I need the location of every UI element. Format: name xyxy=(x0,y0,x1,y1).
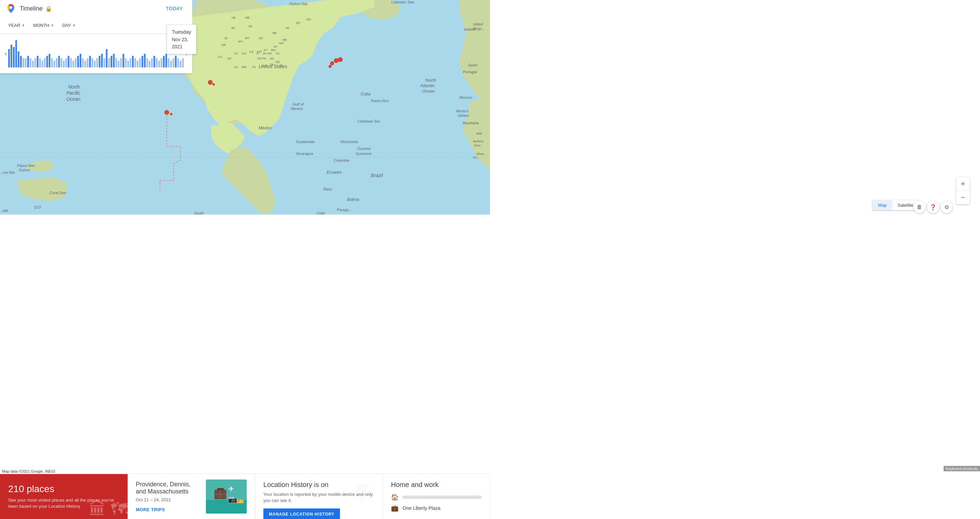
month-button[interactable]: MONTH ▼ xyxy=(30,21,57,29)
chart-bar[interactable] xyxy=(103,58,105,67)
chart-bar[interactable] xyxy=(46,56,48,67)
chart-bar[interactable] xyxy=(137,61,138,67)
chart-bar[interactable] xyxy=(120,58,122,67)
chart-bar[interactable] xyxy=(99,56,100,67)
svg-text:Atlantic: Atlantic xyxy=(420,83,435,88)
chart-bar[interactable] xyxy=(151,58,153,67)
svg-text:Morocco: Morocco xyxy=(460,96,473,99)
chart-bar[interactable] xyxy=(75,58,76,67)
chart-bar[interactable] xyxy=(13,47,14,67)
svg-text:Cuba: Cuba xyxy=(361,92,371,96)
chart-bar[interactable] xyxy=(118,61,119,67)
svg-text:TN: TN xyxy=(262,57,266,60)
chart-bar[interactable] xyxy=(73,61,74,67)
app-title: Timeline xyxy=(20,5,43,12)
svg-text:North: North xyxy=(68,84,80,89)
svg-text:...ura Sea: ...ura Sea xyxy=(0,171,15,174)
chart-bar[interactable] xyxy=(156,58,158,67)
chart-bar[interactable] xyxy=(15,40,17,67)
chart-bar[interactable] xyxy=(115,58,117,67)
chart-bar[interactable] xyxy=(53,61,55,67)
chart-bar[interactable] xyxy=(165,54,167,67)
chart-bar[interactable] xyxy=(106,49,108,67)
chart-bar[interactable] xyxy=(51,58,53,67)
chart-bar[interactable] xyxy=(70,58,72,67)
chart-bar[interactable] xyxy=(25,58,27,67)
svg-text:Bolivia: Bolivia xyxy=(347,197,360,202)
svg-text:Puerto Rico: Puerto Rico xyxy=(371,99,389,103)
chart-bar[interactable] xyxy=(49,54,50,67)
chart-bar[interactable] xyxy=(63,61,65,67)
chart-bar[interactable] xyxy=(32,61,34,67)
chart-bar[interactable] xyxy=(130,58,131,67)
chart-bar[interactable] xyxy=(80,54,81,67)
chart-bar[interactable] xyxy=(22,58,24,67)
svg-text:Caribbean Sea: Caribbean Sea xyxy=(357,120,380,123)
chart-bar[interactable] xyxy=(175,56,177,67)
chart-bars[interactable] xyxy=(8,40,184,67)
svg-text:AR: AR xyxy=(257,57,262,60)
chart-bar[interactable] xyxy=(177,58,179,67)
chart-bar[interactable] xyxy=(142,56,143,67)
chart-bar[interactable] xyxy=(27,56,29,67)
chart-bar[interactable] xyxy=(87,58,89,67)
chart-bar[interactable] xyxy=(8,49,10,67)
chart-bar[interactable] xyxy=(168,58,169,67)
svg-text:Ocean: Ocean xyxy=(422,89,435,94)
svg-text:AZ: AZ xyxy=(234,65,238,69)
chart-bar[interactable] xyxy=(82,58,84,67)
chart-bar[interactable] xyxy=(113,54,115,67)
chart-bar[interactable] xyxy=(30,58,31,67)
chart-bar[interactable] xyxy=(170,61,172,67)
svg-text:WY: WY xyxy=(238,40,243,43)
chart-bar[interactable] xyxy=(56,58,57,67)
chart-bar[interactable] xyxy=(65,58,67,67)
year-button[interactable]: YEAR ▼ xyxy=(5,21,27,29)
svg-point-92 xyxy=(213,83,215,85)
day-button[interactable]: DAY ▼ xyxy=(60,21,79,29)
chart-bar[interactable] xyxy=(44,58,46,67)
chart-bar[interactable] xyxy=(39,58,41,67)
chart-bar[interactable] xyxy=(60,58,62,67)
chart-bar[interactable] xyxy=(144,54,146,67)
chart-bar[interactable] xyxy=(182,58,184,67)
svg-text:NH: NH xyxy=(279,42,283,45)
chart-bar[interactable] xyxy=(180,61,181,67)
chart-bar[interactable] xyxy=(84,61,86,67)
chart-bar[interactable] xyxy=(94,61,95,67)
chart-bar[interactable] xyxy=(20,56,22,67)
chart-bar[interactable] xyxy=(149,61,150,67)
chart-bar[interactable] xyxy=(163,56,165,67)
chart-bar[interactable] xyxy=(139,58,141,67)
today-button[interactable]: TODAY xyxy=(162,4,187,13)
chart-prev-button[interactable]: ‹ xyxy=(3,50,8,57)
chart-bar[interactable] xyxy=(18,51,19,67)
chart-bar[interactable] xyxy=(34,58,36,67)
chart-bar[interactable] xyxy=(89,56,91,67)
chart-bar[interactable] xyxy=(111,56,112,67)
chart-bar[interactable] xyxy=(125,58,127,67)
day-chevron-icon: ▼ xyxy=(73,24,76,27)
chart-bar[interactable] xyxy=(108,58,110,67)
chart-bar[interactable] xyxy=(68,56,69,67)
svg-text:KS: KS xyxy=(250,50,253,53)
chart-bar[interactable] xyxy=(41,61,43,67)
chart-bar[interactable] xyxy=(96,58,98,67)
chart-bar[interactable] xyxy=(158,61,160,67)
chart-bar[interactable] xyxy=(11,45,12,67)
svg-text:LA: LA xyxy=(263,64,266,67)
chart-bar[interactable] xyxy=(134,58,136,67)
chart-bar[interactable] xyxy=(92,58,93,67)
chart-bar[interactable] xyxy=(146,58,148,67)
chart-bar[interactable] xyxy=(58,56,60,67)
chart-bar[interactable] xyxy=(123,54,124,67)
chart-bar[interactable] xyxy=(161,58,162,67)
chart-bar[interactable] xyxy=(77,56,79,67)
chart-bar[interactable] xyxy=(172,58,174,67)
chart-bar[interactable] xyxy=(127,61,129,67)
day-label: DAY xyxy=(62,23,71,28)
chart-bar[interactable] xyxy=(101,54,103,67)
chart-bar[interactable] xyxy=(153,56,155,67)
chart-bar[interactable] xyxy=(37,56,38,67)
chart-bar[interactable] xyxy=(132,56,134,67)
